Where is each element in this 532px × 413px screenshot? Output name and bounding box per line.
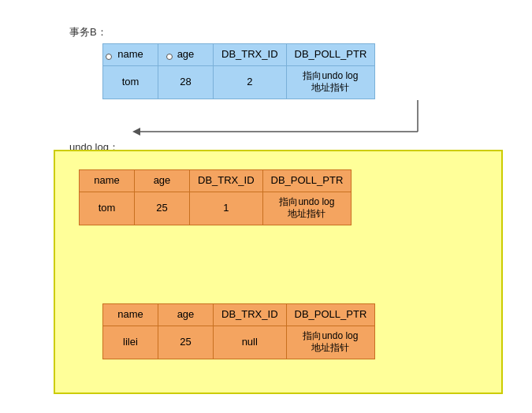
undo2-header-ptr: DB_POLL_PTR: [286, 304, 375, 326]
undo1-row-name: tom: [80, 192, 135, 225]
undo1-row-ptr: 指向undo log地址指针: [262, 192, 352, 225]
undo2-row-ptr: 指向undo log地址指针: [286, 326, 375, 359]
undo1-header-ptr: DB_POLL_PTR: [262, 170, 352, 192]
undo1-header-name: name: [80, 170, 135, 192]
top-header-trxid: DB_TRX_ID: [214, 44, 287, 66]
undo2-row-age: 25: [158, 326, 214, 359]
undo1-header-age: age: [135, 170, 190, 192]
undo1-row-trxid: 1: [190, 192, 263, 225]
undo-table-1: name age DB_TRX_ID DB_POLL_PTR tom 25 1 …: [79, 169, 352, 225]
label-transaction-b: 事务B：: [69, 25, 107, 39]
top-row-name: tom: [103, 65, 158, 99]
svg-marker-2: [132, 128, 140, 136]
undo1-row-age: 25: [135, 192, 190, 225]
circle-2: [166, 54, 173, 60]
top-header-ptr: DB_POLL_PTR: [286, 44, 375, 66]
circle-1: [106, 54, 112, 60]
top-row-age: 28: [158, 65, 214, 99]
undo2-header-name: name: [103, 304, 158, 326]
undo2-header-age: age: [158, 304, 214, 326]
undo2-row-trxid: null: [214, 326, 287, 359]
top-row-trxid: 2: [214, 65, 287, 99]
top-table: name age DB_TRX_ID DB_POLL_PTR tom 28 2 …: [102, 43, 375, 99]
undo2-row-name: lilei: [103, 326, 158, 359]
top-row-ptr: 指向undo log地址指针: [286, 65, 375, 99]
undo2-header-trxid: DB_TRX_ID: [214, 304, 287, 326]
page: 事务B： name age DB_TRX_ID DB_POLL_PTR tom …: [0, 0, 532, 413]
undo1-header-trxid: DB_TRX_ID: [190, 170, 263, 192]
undo-table-2: name age DB_TRX_ID DB_POLL_PTR lilei 25 …: [102, 303, 375, 359]
